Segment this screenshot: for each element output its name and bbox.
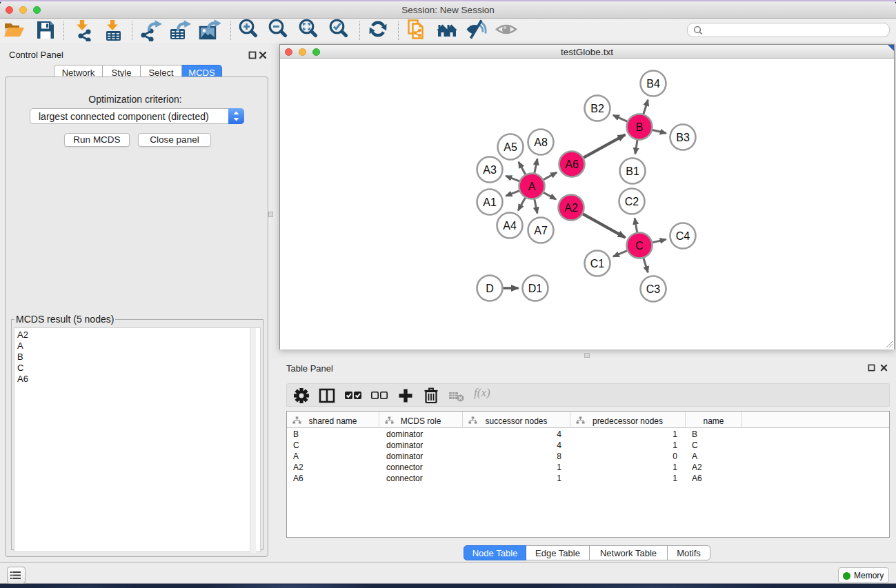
svg-text:A8: A8	[534, 136, 548, 148]
svg-text:A6: A6	[565, 159, 579, 170]
svg-text:A2: A2	[564, 202, 578, 214]
svg-text:A5: A5	[504, 141, 517, 153]
svg-text:C3: C3	[646, 283, 661, 295]
svg-text:A7: A7	[534, 225, 548, 236]
svg-text:C1: C1	[590, 258, 605, 270]
svg-text:B4: B4	[646, 78, 660, 90]
svg-text:A1: A1	[483, 196, 497, 208]
svg-text:B1: B1	[626, 165, 639, 177]
svg-text:C: C	[635, 240, 644, 252]
svg-text:D1: D1	[528, 283, 543, 294]
svg-text:D: D	[486, 283, 494, 294]
svg-text:A4: A4	[503, 220, 517, 232]
svg-text:B3: B3	[676, 132, 690, 143]
svg-text:A: A	[528, 181, 536, 192]
svg-text:C4: C4	[676, 230, 690, 242]
svg-text:C2: C2	[625, 196, 639, 207]
svg-text:B2: B2	[590, 103, 604, 114]
svg-text:B: B	[636, 121, 644, 133]
svg-text:A3: A3	[483, 164, 497, 176]
